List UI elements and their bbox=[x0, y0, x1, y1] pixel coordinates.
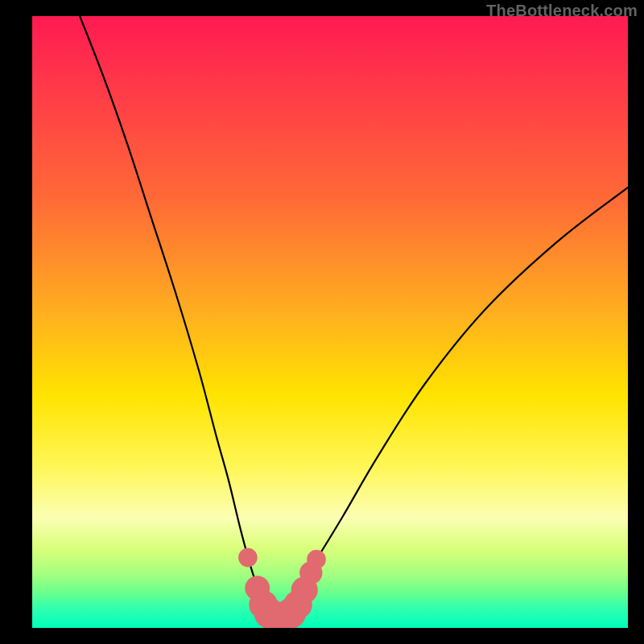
highlight-dot bbox=[238, 548, 258, 568]
bottleneck-curve bbox=[80, 16, 628, 611]
plot-area bbox=[32, 16, 628, 628]
highlight-dot bbox=[307, 550, 326, 569]
chart-stage: TheBottleneck.com bbox=[0, 0, 644, 644]
highlight-dots bbox=[238, 548, 326, 628]
plot-svg bbox=[32, 16, 628, 628]
